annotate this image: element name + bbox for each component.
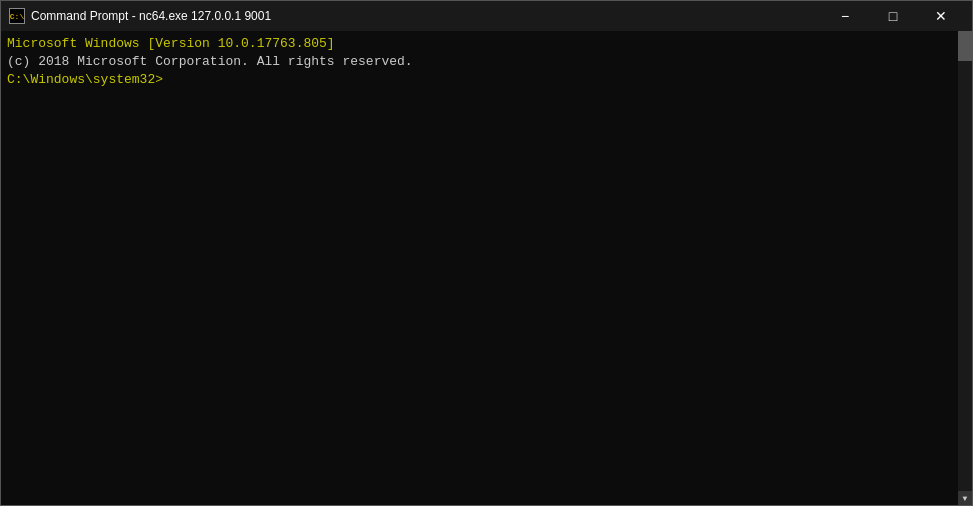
console-area[interactable]: Microsoft Windows [Version 10.0.17763.80… [1, 31, 972, 505]
console-prompt: C:\Windows\system32> [7, 71, 966, 89]
console-line-2: (c) 2018 Microsoft Corporation. All righ… [7, 53, 966, 71]
scrollbar-down-arrow[interactable]: ▼ [958, 491, 972, 505]
window: C:\ Command Prompt - nc64.exe 127.0.0.1 … [0, 0, 973, 506]
close-button[interactable]: ✕ [918, 1, 964, 31]
scrollbar[interactable]: ▼ [958, 31, 972, 505]
title-bar-controls: − □ ✕ [822, 1, 964, 31]
window-title: Command Prompt - nc64.exe 127.0.0.1 9001 [31, 9, 271, 23]
cmd-icon-label: C:\ [10, 12, 24, 21]
console-line-1: Microsoft Windows [Version 10.0.17763.80… [7, 35, 966, 53]
title-bar-left: C:\ Command Prompt - nc64.exe 127.0.0.1 … [9, 8, 271, 24]
minimize-button[interactable]: − [822, 1, 868, 31]
title-bar: C:\ Command Prompt - nc64.exe 127.0.0.1 … [1, 1, 972, 31]
scrollbar-thumb[interactable] [958, 31, 972, 61]
cmd-icon: C:\ [9, 8, 25, 24]
maximize-button[interactable]: □ [870, 1, 916, 31]
